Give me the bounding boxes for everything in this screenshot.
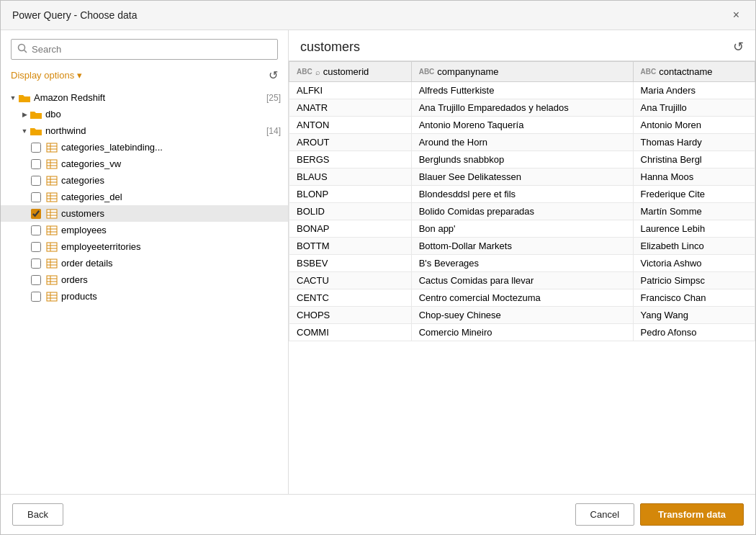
abc-icon-companyname: ABC bbox=[419, 68, 435, 76]
cell-contactname: Patricio Simpsc bbox=[633, 272, 755, 289]
refresh-left-button[interactable]: ↺ bbox=[269, 68, 278, 82]
checkbox-categories-latebinding[interactable] bbox=[31, 143, 41, 153]
close-button[interactable]: × bbox=[729, 8, 744, 22]
cell-contactname: Victoria Ashwo bbox=[633, 255, 755, 272]
table-row: BONAPBon app'Laurence Lebih bbox=[289, 220, 755, 238]
cell-companyname: Chop-suey Chinese bbox=[411, 307, 633, 324]
checkbox-categories-vw[interactable] bbox=[31, 159, 41, 169]
col-header-contactname[interactable]: ABC contactname bbox=[633, 62, 755, 82]
cell-customerid: BONAP bbox=[289, 220, 412, 238]
svg-rect-2 bbox=[47, 143, 57, 152]
search-input[interactable] bbox=[32, 44, 271, 55]
table-row: BLAUSBlauer See DelikatessenHanna Moos bbox=[289, 168, 755, 186]
search-area bbox=[1, 30, 288, 64]
folder-icon-amazon-redshift bbox=[18, 93, 31, 103]
svg-rect-26 bbox=[47, 243, 57, 251]
display-options-button[interactable]: Display options ▾ bbox=[11, 70, 82, 81]
tree-item-employeeterritories[interactable]: employeeterritories bbox=[1, 238, 288, 255]
tree-item-order-details[interactable]: order details bbox=[1, 255, 288, 271]
cell-companyname: Blauer See Delikatessen bbox=[411, 168, 633, 186]
checkbox-employees[interactable] bbox=[31, 225, 41, 235]
svg-rect-6 bbox=[47, 160, 57, 168]
cell-companyname: Antonio Moreno Taquería bbox=[411, 117, 633, 134]
tree-item-categories-vw[interactable]: categories_vw bbox=[1, 156, 288, 172]
table-container[interactable]: ABC ⌕ customerid ABC companyname bbox=[289, 60, 755, 494]
tree-item-categories[interactable]: categories bbox=[1, 172, 288, 189]
cell-customerid: CENTC bbox=[289, 289, 412, 307]
tree-item-orders[interactable]: orders bbox=[1, 271, 288, 288]
cell-contactname: Martín Somme bbox=[633, 203, 755, 220]
tree-item-northwind[interactable]: ▼ northwind [14] bbox=[1, 122, 288, 139]
tree-label-amazon-redshift: Amazon Redshift bbox=[34, 92, 262, 103]
cell-customerid: COMMI bbox=[289, 324, 412, 341]
checkbox-categories-del[interactable] bbox=[31, 192, 41, 202]
cell-customerid: AROUT bbox=[289, 134, 412, 151]
expand-arrow-amazon-redshift: ▼ bbox=[8, 93, 18, 103]
cell-companyname: Comercio Mineiro bbox=[411, 324, 633, 341]
cell-companyname: Ana Trujillo Emparedados y helados bbox=[411, 99, 633, 117]
tree-item-dbo[interactable]: ▶ dbo bbox=[1, 106, 288, 122]
table-icon-customers bbox=[45, 209, 58, 219]
tree-item-customers[interactable]: customers bbox=[1, 205, 288, 222]
data-table: ABC ⌕ customerid ABC companyname bbox=[289, 61, 755, 341]
table-preview-title: customers bbox=[300, 40, 360, 55]
display-options-label: Display options bbox=[11, 70, 74, 81]
table-icon-categories-latebinding bbox=[45, 143, 58, 153]
table-row: BOLIDBolido Comidas preparadasMartín Som… bbox=[289, 203, 755, 220]
col-header-companyname[interactable]: ABC companyname bbox=[411, 62, 633, 82]
checkbox-categories[interactable] bbox=[31, 176, 41, 186]
cell-contactname: Hanna Moos bbox=[633, 168, 755, 186]
table-row: CENTCCentro comercial MoctezumaFrancisco… bbox=[289, 289, 755, 307]
power-query-dialog: Power Query - Choose data × Dis bbox=[0, 0, 756, 535]
content-area: Display options ▾ ↺ ▼ Amazon Redshift [2… bbox=[1, 30, 755, 494]
checkbox-customers[interactable] bbox=[31, 209, 41, 219]
tree-label-customers: customers bbox=[61, 208, 281, 219]
tree-label-employeeterritories: employeeterritories bbox=[61, 241, 281, 252]
tree-label-orders: orders bbox=[61, 274, 281, 285]
cell-customerid: BOLID bbox=[289, 203, 412, 220]
dialog-title: Power Query - Choose data bbox=[12, 9, 138, 21]
tree-item-categories-latebinding[interactable]: categories_latebinding... bbox=[1, 139, 288, 156]
cell-companyname: Bolido Comidas preparadas bbox=[411, 203, 633, 220]
tree-item-products[interactable]: products bbox=[1, 288, 288, 305]
tree-item-categories-del[interactable]: categories_del bbox=[1, 189, 288, 205]
tree-item-amazon-redshift[interactable]: ▼ Amazon Redshift [25] bbox=[1, 89, 288, 106]
tree-label-products: products bbox=[61, 291, 281, 302]
checkbox-orders[interactable] bbox=[31, 275, 41, 285]
cell-contactname: Frederique Cite bbox=[633, 186, 755, 203]
query-icon-customerid: ⌕ bbox=[315, 68, 320, 76]
tree-item-employees[interactable]: employees bbox=[1, 222, 288, 238]
checkbox-employeeterritories[interactable] bbox=[31, 242, 41, 252]
transform-data-button[interactable]: Transform data bbox=[640, 503, 744, 526]
cell-contactname: Antonio Moren bbox=[633, 117, 755, 134]
table-row: ALFKIAlfreds FutterkisteMaria Anders bbox=[289, 82, 755, 99]
svg-rect-30 bbox=[47, 259, 57, 268]
table-icon-categories bbox=[45, 176, 58, 186]
cancel-button[interactable]: Cancel bbox=[575, 503, 634, 526]
cell-contactname: Francisco Chan bbox=[633, 289, 755, 307]
tree-label-categories-del: categories_del bbox=[61, 192, 281, 202]
svg-point-0 bbox=[19, 45, 25, 51]
table-row: CHOPSChop-suey ChineseYang Wang bbox=[289, 307, 755, 324]
table-row: BLONPBlondesddsl pere et filsFrederique … bbox=[289, 186, 755, 203]
checkbox-products[interactable] bbox=[31, 292, 41, 302]
col-label-contactname: contactname bbox=[659, 66, 712, 77]
expand-arrow-dbo: ▶ bbox=[19, 109, 30, 120]
col-header-customerid[interactable]: ABC ⌕ customerid bbox=[289, 62, 412, 82]
cell-companyname: Berglunds snabbkop bbox=[411, 151, 633, 168]
folder-icon-northwind bbox=[30, 126, 42, 136]
table-icon-categories-vw bbox=[45, 159, 58, 169]
svg-rect-18 bbox=[47, 210, 57, 218]
back-button[interactable]: Back bbox=[12, 503, 63, 526]
right-panel: customers ↺ ABC ⌕ customerid bbox=[289, 30, 755, 494]
cell-companyname: B's Beverages bbox=[411, 255, 633, 272]
refresh-right-button[interactable]: ↺ bbox=[733, 39, 744, 55]
cell-companyname: Bottom-Dollar Markets bbox=[411, 238, 633, 255]
tree-label-northwind: northwind bbox=[45, 125, 262, 136]
abc-icon-customerid: ABC bbox=[297, 68, 312, 76]
cell-companyname: Bon app' bbox=[411, 220, 633, 238]
cell-contactname: Yang Wang bbox=[633, 307, 755, 324]
cell-customerid: ANATR bbox=[289, 99, 412, 117]
cell-contactname: Laurence Lebih bbox=[633, 220, 755, 238]
checkbox-order-details[interactable] bbox=[31, 258, 41, 269]
